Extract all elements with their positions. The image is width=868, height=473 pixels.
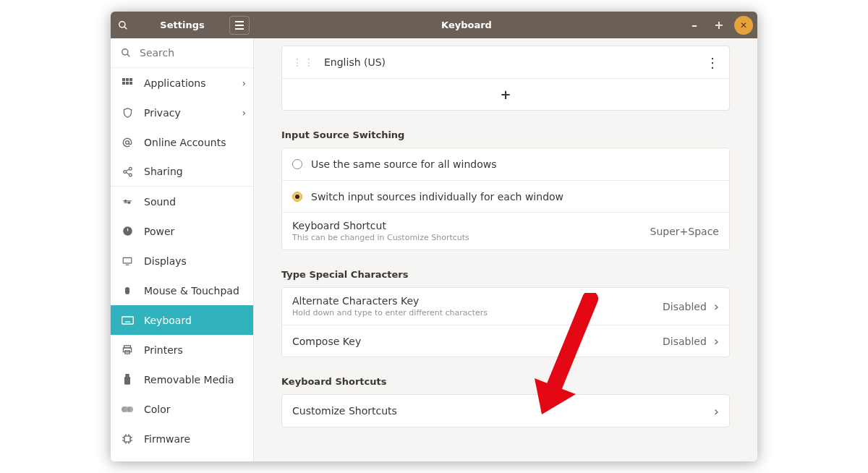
svg-line-18	[126, 172, 129, 174]
alt-label: Alternate Characters Key	[292, 295, 488, 307]
sidebar-item-label: Displays	[144, 255, 187, 267]
settings-panel[interactable]: ⋮⋮ English (US) ⋮ + Input Source Switchi…	[254, 38, 757, 461]
sidebar-item-sharing[interactable]: Sharing	[111, 157, 253, 187]
sidebar-item-removable-media[interactable]: Removable Media	[111, 365, 253, 394]
usb-icon	[121, 373, 134, 386]
shortcut-value: Super+Space	[650, 226, 719, 237]
sidebar-item-color[interactable]: Color	[111, 394, 253, 424]
sidebar-item-label: Applications	[144, 77, 206, 89]
search-icon	[121, 48, 131, 58]
minimize-icon: –	[692, 18, 697, 32]
svg-point-13	[126, 140, 129, 144]
keyboard-shortcut-row: Keyboard Shortcut This can be changed in…	[282, 212, 729, 250]
search-input[interactable]: Search	[111, 38, 253, 68]
window-controls: – + ✕	[679, 12, 757, 38]
sidebar: Search Applications › Privacy ›	[111, 38, 254, 461]
content-split: Search Applications › Privacy ›	[111, 38, 757, 461]
chevron-right-icon: ›	[242, 107, 246, 119]
svg-line-1	[124, 27, 127, 29]
radio-individual-source[interactable]: Switch input sources individually for ea…	[282, 180, 729, 212]
sidebar-item-label: Sharing	[144, 166, 183, 177]
sidebar-item-firmware[interactable]: Firmware	[111, 424, 253, 453]
sidebar-item-power[interactable]: Power	[111, 216, 253, 246]
radio-same-source[interactable]: Use the same source for all windows	[282, 148, 729, 180]
keyboard-shortcuts-group: Keyboard Shortcuts Customize Shortcuts	[281, 376, 730, 427]
close-button[interactable]: ✕	[734, 16, 753, 35]
svg-point-15	[123, 170, 126, 173]
svg-rect-7	[122, 78, 125, 81]
sidebar-item-mouse-touchpad[interactable]: Mouse & Touchpad	[111, 276, 253, 305]
power-icon	[121, 225, 134, 238]
sidebar-item-label: Sound	[144, 196, 176, 208]
sidebar-item-displays[interactable]: Displays	[111, 246, 253, 276]
at-icon	[121, 136, 134, 149]
hamburger-button[interactable]	[229, 16, 250, 35]
maximize-icon: +	[714, 18, 723, 32]
sidebar-item-label: Online Accounts	[144, 137, 226, 148]
svg-rect-27	[125, 287, 129, 294]
page-title: Keyboard	[254, 12, 679, 38]
svg-rect-11	[126, 82, 129, 85]
svg-point-22	[128, 202, 129, 203]
svg-rect-42	[124, 436, 130, 442]
chevron-right-icon	[714, 404, 719, 419]
keyboard-icon	[121, 314, 134, 327]
hamburger-icon	[234, 21, 244, 30]
sidebar-item-online-accounts[interactable]: Online Accounts	[111, 127, 253, 157]
compose-label: Compose Key	[292, 336, 361, 347]
settings-window: Settings Keyboard – + ✕ Search	[111, 12, 757, 461]
sidebar-item-privacy[interactable]: Privacy ›	[111, 98, 253, 127]
svg-point-0	[119, 21, 125, 27]
alternate-chars-row[interactable]: Alternate Characters Key Hold down and t…	[282, 288, 729, 325]
svg-rect-10	[122, 82, 125, 85]
add-input-source-button[interactable]: +	[282, 78, 729, 110]
sidebar-item-applications[interactable]: Applications ›	[111, 68, 253, 98]
special-chars-group: Type Special Characters Alternate Charac…	[281, 269, 730, 357]
customize-shortcuts-row[interactable]: Customize Shortcuts	[282, 395, 729, 427]
maximize-button[interactable]: +	[710, 16, 728, 35]
input-switching-group: Input Source Switching Use the same sour…	[281, 129, 730, 250]
printer-icon	[121, 344, 134, 357]
svg-point-5	[122, 49, 128, 55]
radio-label: Use the same source for all windows	[311, 158, 496, 170]
shortcut-sub: This can be changed in Customize Shortcu…	[292, 233, 469, 242]
input-source-row[interactable]: ⋮⋮ English (US) ⋮	[282, 46, 729, 78]
svg-rect-28	[122, 317, 133, 324]
search-button[interactable]	[111, 12, 135, 38]
sound-icon	[121, 195, 134, 208]
compose-value: Disabled	[663, 336, 707, 347]
group-title: Type Special Characters	[281, 269, 730, 280]
sidebar-item-label: Mouse & Touchpad	[144, 285, 239, 297]
svg-rect-8	[126, 78, 129, 81]
close-icon: ✕	[740, 20, 747, 30]
shortcut-label: Keyboard Shortcut	[292, 220, 469, 231]
keyboard-shortcuts-card: Customize Shortcuts	[281, 394, 730, 427]
svg-line-17	[126, 169, 129, 171]
svg-rect-35	[123, 348, 131, 352]
apps-icon	[121, 77, 134, 90]
input-source-label: English (US)	[324, 56, 386, 68]
sidebar-item-keyboard[interactable]: Keyboard	[111, 305, 253, 335]
chip-icon	[121, 432, 134, 446]
sidebar-item-label: Privacy	[144, 107, 181, 119]
group-title: Keyboard Shortcuts	[281, 376, 730, 387]
customize-label: Customize Shortcuts	[292, 405, 397, 417]
svg-rect-12	[129, 82, 132, 85]
search-label: Search	[140, 47, 174, 59]
kebab-button[interactable]: ⋮	[706, 55, 719, 70]
radio-label: Switch input sources individually for ea…	[311, 191, 563, 203]
input-sources-card: ⋮⋮ English (US) ⋮ +	[281, 46, 730, 111]
sidebar-item-sound[interactable]: Sound	[111, 187, 253, 216]
drag-handle-icon[interactable]: ⋮⋮	[292, 56, 315, 68]
minimize-button[interactable]: –	[685, 16, 704, 35]
svg-rect-37	[125, 374, 129, 377]
titlebar: Settings Keyboard – + ✕	[111, 12, 757, 38]
svg-rect-9	[129, 78, 132, 81]
svg-point-21	[125, 200, 127, 201]
svg-rect-25	[123, 257, 132, 263]
sidebar-item-printers[interactable]: Printers	[111, 335, 253, 365]
svg-point-14	[129, 167, 132, 170]
compose-key-row[interactable]: Compose Key Disabled	[282, 325, 729, 357]
shield-icon	[121, 106, 134, 119]
sidebar-item-label: Firmware	[144, 433, 190, 445]
